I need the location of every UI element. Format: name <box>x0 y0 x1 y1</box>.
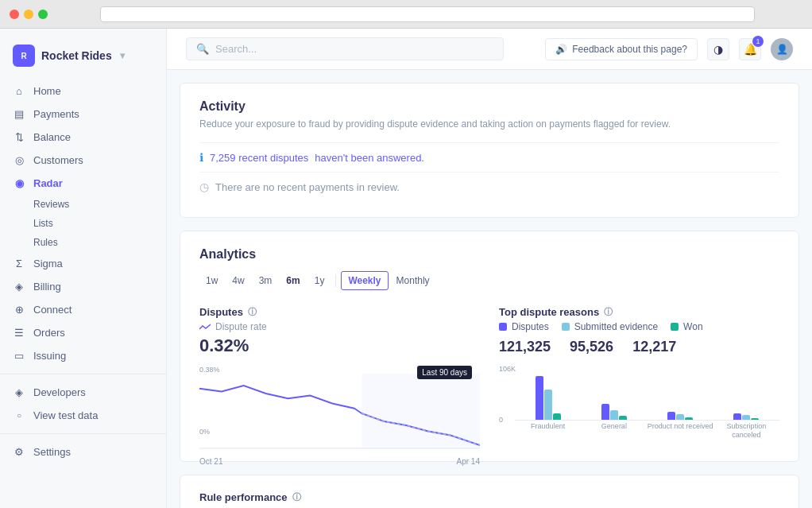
sidebar-item-radar[interactable]: ◉ Radar <box>0 172 166 195</box>
app-container: R Rocket Rides ▾ ⌂ Home ▤ Payments ⇅ Bal… <box>0 29 812 508</box>
bar-submitted-product <box>676 414 684 420</box>
customers-icon: ◎ <box>13 154 25 166</box>
bars-subscription <box>733 368 759 420</box>
avatar[interactable]: 👤 <box>771 38 793 60</box>
notifications-button[interactable]: 🔔 1 <box>739 38 761 60</box>
settings-icon: ⚙ <box>13 446 25 458</box>
disputes-info-icon[interactable]: ⓘ <box>248 306 257 318</box>
bar-y-max: 106K <box>499 365 516 373</box>
sidebar-subitem-lists[interactable]: Lists <box>0 214 166 233</box>
search-bar[interactable]: 🔍 Search... <box>186 37 504 60</box>
legend-label-submitted: Submitted evidence <box>574 321 658 332</box>
search-placeholder: Search... <box>215 43 257 55</box>
sidebar-subitem-reviews[interactable]: Reviews <box>0 195 166 214</box>
y-max-label: 0.38% <box>199 366 220 374</box>
feedback-label: Feedback about this page? <box>572 44 687 55</box>
y-min-label: 0% <box>199 428 210 436</box>
url-bar[interactable] <box>100 6 755 22</box>
time-filter-4w[interactable]: 4w <box>226 272 250 289</box>
sidebar-item-home[interactable]: ⌂ Home <box>0 79 166 103</box>
bar-submitted-general <box>610 410 618 420</box>
minimize-btn[interactable] <box>24 10 33 19</box>
avatar-icon: 👤 <box>776 44 788 55</box>
x-label-fraudulent: Fraudulent <box>515 422 581 440</box>
sidebar-item-issuing[interactable]: ▭ Issuing <box>0 344 166 367</box>
bars-product <box>667 368 693 420</box>
sidebar-item-developers[interactable]: ◈ Developers <box>0 381 166 404</box>
alert-count: 7,259 recent disputes <box>210 152 308 164</box>
header-right: 🔊 Feedback about this page? ◑ 🔔 1 👤 <box>545 38 793 60</box>
orders-icon: ☰ <box>13 327 25 339</box>
view-monthly-button[interactable]: Monthly <box>390 272 436 289</box>
sidebar-item-sigma[interactable]: Σ Sigma <box>0 252 166 275</box>
sidebar-label-home: Home <box>33 85 61 97</box>
sidebar-item-billing[interactable]: ◈ Billing <box>0 275 166 298</box>
legend-label-won: Won <box>683 321 702 332</box>
disputes-alert: ℹ 7,259 recent disputes haven't been ans… <box>199 142 779 172</box>
x-start-label: Oct 21 <box>199 457 222 466</box>
top-reasons-panel: Top dispute reasons ⓘ Disputes Submitted… <box>499 306 779 445</box>
trend-line-icon <box>199 323 211 331</box>
time-filter-6m[interactable]: 6m <box>280 272 306 289</box>
view-weekly-button[interactable]: Weekly <box>341 271 388 290</box>
alert-link[interactable]: haven't been answered. <box>315 152 424 164</box>
theme-toggle[interactable]: ◑ <box>707 38 729 60</box>
clock-icon: ◷ <box>199 180 209 193</box>
close-btn[interactable] <box>10 10 19 19</box>
feedback-button[interactable]: 🔊 Feedback about this page? <box>545 38 698 60</box>
sidebar-item-payments[interactable]: ▤ Payments <box>0 103 166 126</box>
activity-title: Activity <box>199 99 779 114</box>
disputes-chart-panel: Disputes ⓘ Dispute rate 0.32% 0.38% <box>199 306 480 445</box>
lists-label: Lists <box>33 218 53 229</box>
time-filters: 1w 4w 3m 6m 1y Weekly Monthly <box>199 271 779 290</box>
sidebar-item-balance[interactable]: ⇅ Balance <box>0 126 166 149</box>
sidebar-label-connect: Connect <box>33 304 72 316</box>
sigma-icon: Σ <box>13 258 25 270</box>
sidebar-subitem-rules[interactable]: Rules <box>0 233 166 252</box>
bar-chart-area: 106K 0 <box>499 365 779 436</box>
time-divider <box>335 274 336 287</box>
sidebar-item-customers[interactable]: ◎ Customers <box>0 149 166 172</box>
legend-dot-disputes <box>499 323 507 331</box>
sidebar: R Rocket Rides ▾ ⌂ Home ▤ Payments ⇅ Bal… <box>0 29 167 508</box>
sidebar-item-test-data[interactable]: ○ View test data <box>0 404 166 427</box>
sidebar-label-settings: Settings <box>33 446 71 458</box>
rule-grid: Rule performance ⓘ 109K <box>199 491 779 508</box>
theme-icon: ◑ <box>713 43 723 56</box>
rule-info-icon[interactable]: ⓘ <box>292 491 301 503</box>
main-content: Activity Reduce your exposure to fraud b… <box>167 70 812 508</box>
time-filter-1w[interactable]: 1w <box>199 272 224 289</box>
bar-x-labels: Fraudulent General Product not received … <box>515 421 779 440</box>
won-count: 12,217 <box>632 339 676 355</box>
activity-section: Activity Reduce your exposure to fraud b… <box>180 83 799 218</box>
sidebar-item-orders[interactable]: ☰ Orders <box>0 321 166 344</box>
top-reasons-info-icon[interactable]: ⓘ <box>604 306 613 318</box>
disputes-count: 121,325 <box>499 339 551 355</box>
sidebar-logo[interactable]: R Rocket Rides ▾ <box>0 38 166 79</box>
reviews-label: Reviews <box>33 199 69 210</box>
bar-submitted-fraudulent <box>544 390 552 420</box>
disputes-chart-subtitle: Dispute rate <box>199 321 480 332</box>
x-label-product: Product not received <box>648 422 713 440</box>
developers-icon: ◈ <box>13 386 25 398</box>
notification-badge: 1 <box>752 36 764 47</box>
sidebar-label-balance: Balance <box>33 131 71 143</box>
sidebar-label-orders: Orders <box>33 327 65 339</box>
maximize-btn[interactable] <box>38 10 48 19</box>
x-label-subscription: Subscription canceled <box>713 422 779 440</box>
sidebar-item-connect[interactable]: ⊕ Connect <box>0 298 166 321</box>
legend-values: 121,325 95,526 12,217 <box>499 339 779 355</box>
sidebar-item-settings[interactable]: ⚙ Settings <box>0 440 166 463</box>
time-filter-3m[interactable]: 3m <box>253 272 279 289</box>
chart-x-labels: Oct 21 Apr 14 <box>199 457 480 466</box>
legend-label-disputes: Disputes <box>512 321 549 332</box>
disputes-chart-title: Disputes ⓘ <box>199 306 480 318</box>
top-reasons-legend: Disputes Submitted evidence Won <box>499 321 779 332</box>
time-filter-1y[interactable]: 1y <box>308 272 331 289</box>
billing-icon: ◈ <box>13 281 25 293</box>
payments-alert: ◷ There are no recent payments in review… <box>199 172 779 201</box>
bar-won-general <box>619 416 627 420</box>
window-chrome <box>0 0 812 29</box>
app-name: Rocket Rides <box>41 49 112 62</box>
x-end-label: Apr 14 <box>457 457 480 466</box>
